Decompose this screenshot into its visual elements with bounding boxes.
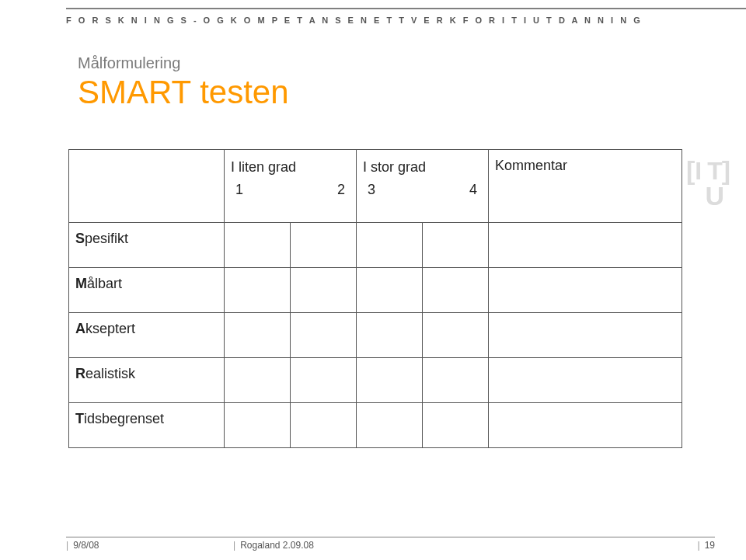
footer-date: 9/8/08 — [73, 540, 99, 551]
header-high-grade: I stor grad 3 4 — [357, 150, 489, 223]
cell — [291, 313, 357, 358]
row-label-tidsbegrenset: Tidsbegrenset — [69, 403, 225, 448]
title-block: Målformulering SMART testen — [78, 54, 289, 111]
scale-4: 4 — [469, 180, 477, 200]
header-bar: F O R S K N I N G S - O G K O M P E T A … — [66, 8, 746, 26]
row-label-akseptert: Akseptert — [69, 313, 225, 358]
scale-2: 2 — [337, 180, 345, 200]
cell — [225, 313, 291, 358]
cell — [225, 223, 291, 268]
table-row: Realistisk — [69, 358, 682, 403]
cell-comment — [489, 313, 682, 358]
cell — [225, 358, 291, 403]
footer-page-number: 19 — [705, 540, 715, 551]
footer-bar: | 9/8/08 | Rogaland 2.09.08 | 19 — [66, 537, 715, 551]
scale-1: 1 — [235, 180, 243, 200]
table-row: Spesifikt — [69, 223, 682, 268]
cell — [423, 403, 489, 448]
footer-divider-icon: | — [233, 540, 235, 551]
header-org-label: F O R S K N I N G S - O G K O M P E T A … — [66, 16, 643, 25]
table-row: Akseptert — [69, 313, 682, 358]
cell — [423, 358, 489, 403]
logo: [I T] U — [686, 155, 730, 211]
header-comment: Kommentar — [489, 150, 682, 223]
header-blank — [69, 150, 225, 223]
high-grade-label: I stor grad — [363, 158, 482, 177]
cell — [291, 403, 357, 448]
cell — [423, 268, 489, 313]
row-label-realistisk: Realistisk — [69, 358, 225, 403]
table-row: Tidsbegrenset — [69, 403, 682, 448]
smart-table: I liten grad 1 2 I stor grad 3 4 — [68, 149, 682, 448]
cell — [291, 358, 357, 403]
slide-subtitle: Målformulering — [78, 54, 289, 72]
cell — [291, 268, 357, 313]
cell-comment — [489, 403, 682, 448]
cell — [357, 358, 423, 403]
cell — [357, 223, 423, 268]
cell-comment — [489, 223, 682, 268]
cell-comment — [489, 268, 682, 313]
low-grade-label: I liten grad — [231, 158, 350, 177]
cell — [291, 223, 357, 268]
scale-3: 3 — [368, 180, 375, 200]
table-row: Målbart — [69, 268, 682, 313]
cell — [357, 403, 423, 448]
cell — [225, 268, 291, 313]
footer-divider-icon: | — [698, 540, 700, 551]
cell — [357, 313, 423, 358]
cell — [423, 223, 489, 268]
cell-comment — [489, 358, 682, 403]
slide-title: SMART testen — [78, 74, 289, 111]
cell — [225, 403, 291, 448]
row-label-spesifikt: Spesifikt — [69, 223, 225, 268]
header-low-grade: I liten grad 1 2 — [225, 150, 357, 223]
footer-location: Rogaland 2.09.08 — [240, 540, 314, 551]
cell — [357, 268, 423, 313]
cell — [423, 313, 489, 358]
logo-bracket-left: [ — [686, 155, 695, 185]
table-header-row: I liten grad 1 2 I stor grad 3 4 — [69, 150, 682, 223]
row-label-malbart: Målbart — [69, 268, 225, 313]
footer-divider-icon: | — [66, 540, 68, 551]
